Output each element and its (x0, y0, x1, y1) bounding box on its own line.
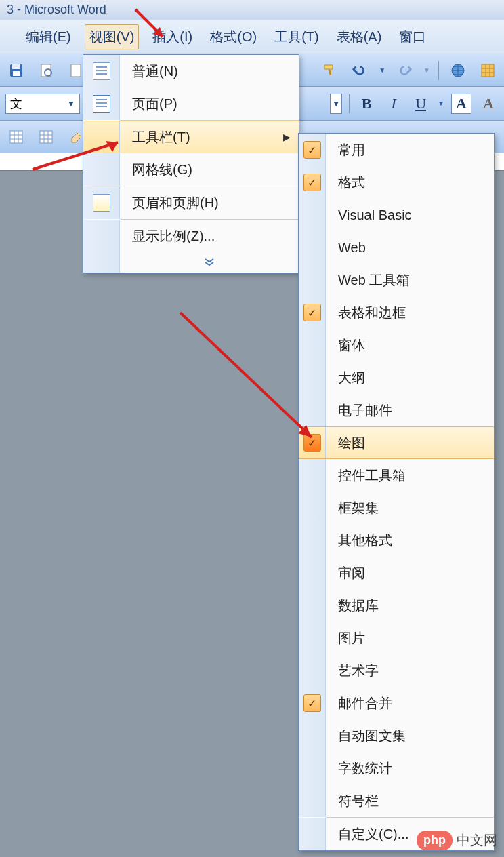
submenu-label: Web (326, 240, 494, 256)
menu-item-normal-view[interactable]: 普通(N) (83, 55, 299, 87)
submenu-label: 表格和边框 (326, 304, 494, 322)
submenu-label: 数据库 (326, 597, 494, 615)
submenu-item[interactable]: 其他格式 (299, 524, 494, 557)
menu-edit[interactable]: 编辑(E) (22, 25, 75, 49)
submenu-item[interactable]: 自动图文集 (299, 719, 494, 752)
character-border-button[interactable]: A (451, 94, 471, 114)
submenu-label: 控件工具箱 (326, 466, 494, 485)
watermark: php 中文网 (417, 831, 497, 850)
character-shading-button[interactable]: A (478, 94, 499, 114)
draw-table-icon[interactable] (5, 126, 27, 148)
undo-icon[interactable] (349, 60, 371, 81)
insert-table-icon[interactable] (35, 126, 57, 148)
menu-label: 工具栏(T) (120, 128, 283, 146)
submenu-label: 常用 (326, 141, 494, 159)
titlebar: 3 - Microsoft Word (0, 0, 504, 20)
menu-label: 网格线(G) (120, 161, 291, 179)
submenu-item[interactable]: 图片 (299, 622, 494, 654)
check-icon: ✓ (303, 141, 321, 159)
check-icon: ✓ (303, 174, 321, 191)
menu-label: 页面(P) (120, 95, 291, 113)
italic-button[interactable]: I (383, 94, 404, 114)
submenu-label: 窗体 (326, 336, 494, 355)
svg-rect-1 (12, 64, 20, 69)
watermark-text: 中文网 (457, 831, 497, 850)
submenu-item[interactable]: 字数统计 (299, 752, 494, 784)
menu-item-gridlines[interactable]: 网格线(G) (83, 153, 299, 186)
menu-view[interactable]: 视图(V) (85, 24, 140, 49)
svg-rect-2 (13, 71, 20, 76)
submenu-item[interactable]: Visual Basic (299, 199, 494, 231)
print-preview-icon[interactable] (35, 60, 57, 81)
submenu-label: 审阅 (326, 564, 494, 582)
toolbars-submenu: ✓常用✓格式Visual BasicWebWeb 工具箱✓表格和边框窗体大纲电子… (298, 133, 495, 851)
style-combo-text: 文 (10, 96, 22, 112)
check-icon: ✓ (303, 304, 321, 321)
svg-rect-7 (482, 64, 494, 77)
menu-insert[interactable]: 插入(I) (148, 25, 196, 49)
submenu-label: 框架集 (326, 499, 494, 517)
format-painter-icon[interactable] (319, 60, 341, 81)
submenu-item[interactable]: 数据库 (299, 589, 494, 622)
menu-label: 普通(N) (120, 62, 291, 81)
submenu-item[interactable]: ✓绘图 (299, 426, 494, 459)
menu-window[interactable]: 窗口 (395, 25, 430, 49)
submenu-item[interactable]: ✓表格和边框 (299, 296, 494, 329)
submenu-label: 绘图 (326, 434, 494, 452)
submenu-item[interactable]: 大纲 (299, 361, 494, 394)
submenu-label: 其他格式 (326, 532, 494, 550)
chevron-down-icon: ▼ (332, 99, 340, 108)
check-icon: ✓ (303, 694, 321, 712)
menu-item-page-view[interactable]: 页面(P) (83, 87, 299, 120)
menu-format[interactable]: 格式(O) (206, 25, 261, 49)
submenu-item[interactable]: 艺术字 (299, 654, 494, 687)
font-size-dropdown[interactable]: ▼ (330, 94, 342, 114)
submenu-arrow-icon: ▶ (283, 132, 291, 142)
bold-button[interactable]: B (356, 94, 377, 114)
check-icon: ✓ (303, 434, 321, 452)
submenu-label: 大纲 (326, 369, 494, 387)
page-view-icon (93, 95, 110, 113)
app-title: 3 - Microsoft Word (7, 3, 106, 17)
submenu-label: 邮件合并 (326, 694, 494, 713)
watermark-logo: php (417, 831, 453, 850)
menu-expand-button[interactable] (83, 252, 299, 273)
submenu-item[interactable]: Web (299, 231, 494, 264)
submenu-item[interactable]: ✓常用 (299, 134, 494, 166)
submenu-label: 字数统计 (326, 759, 494, 778)
submenu-item[interactable]: Web 工具箱 (299, 264, 494, 296)
menubar: 编辑(E) 视图(V) 插入(I) 格式(O) 工具(T) 表格(A) 窗口 (0, 20, 504, 54)
submenu-label: Visual Basic (326, 207, 494, 223)
chevron-down-icon: ▼ (67, 99, 75, 108)
submenu-item[interactable]: 窗体 (299, 329, 494, 361)
tables-borders-icon[interactable] (477, 60, 499, 81)
menu-item-header-footer[interactable]: 页眉和页脚(H) (83, 186, 299, 219)
menu-table[interactable]: 表格(A) (333, 25, 386, 49)
submenu-item[interactable]: 控件工具箱 (299, 459, 494, 492)
expand-chevrons-icon (203, 258, 216, 267)
submenu-label: 符号栏 (326, 792, 494, 810)
save-icon[interactable] (5, 60, 27, 81)
svg-rect-5 (71, 64, 81, 77)
submenu-item[interactable]: ✓邮件合并 (299, 687, 494, 719)
submenu-item[interactable]: 符号栏 (299, 784, 494, 817)
submenu-item[interactable]: 审阅 (299, 557, 494, 589)
submenu-label: 格式 (326, 174, 494, 192)
hyperlink-icon[interactable] (447, 60, 469, 81)
submenu-item[interactable]: 框架集 (299, 492, 494, 524)
menu-label: 页眉和页脚(H) (120, 194, 291, 212)
submenu-label: Web 工具箱 (326, 271, 494, 290)
normal-view-icon (93, 62, 110, 80)
submenu-label: 艺术字 (326, 662, 494, 680)
header-footer-icon (93, 194, 110, 212)
redo-icon[interactable] (394, 60, 415, 81)
underline-button[interactable]: U (411, 94, 431, 114)
menu-item-toolbars[interactable]: 工具栏(T) ▶ (83, 121, 299, 153)
menu-tools[interactable]: 工具(T) (270, 25, 323, 49)
svg-rect-9 (40, 131, 52, 143)
menu-label: 显示比例(Z)... (120, 227, 291, 245)
style-combo[interactable]: 文 ▼ (5, 94, 80, 114)
menu-item-zoom[interactable]: 显示比例(Z)... (83, 220, 299, 252)
submenu-item[interactable]: 电子邮件 (299, 394, 494, 426)
submenu-item[interactable]: ✓格式 (299, 166, 494, 199)
